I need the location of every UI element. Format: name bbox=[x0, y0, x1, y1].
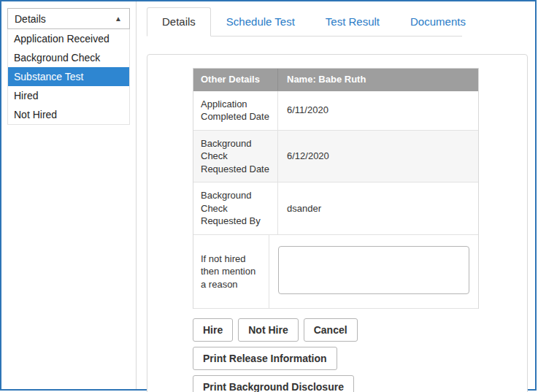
row-label: Background Check Requested Date bbox=[193, 131, 278, 182]
sidebar-item-application-received[interactable]: Application Received bbox=[8, 29, 129, 48]
not-hire-button[interactable]: Not Hire bbox=[238, 318, 298, 342]
details-dropdown-label: Details bbox=[15, 13, 46, 25]
chevron-up-icon: ▲ bbox=[115, 15, 122, 23]
application-completed-date-value: 6/11/2020 bbox=[278, 91, 478, 130]
print-background-disclosure-button[interactable]: Print Background Disclosure bbox=[193, 375, 354, 392]
sidebar-item-not-hired[interactable]: Not Hired bbox=[8, 105, 129, 124]
table-header-other-details: Other Details bbox=[193, 69, 278, 91]
print-release-information-button[interactable]: Print Release Information bbox=[193, 347, 337, 370]
row-label: Background Check Requested By bbox=[193, 182, 278, 234]
tab-documents[interactable]: Documents bbox=[395, 7, 481, 36]
row-label: Application Completed Date bbox=[193, 91, 278, 130]
background-check-requested-date-value: 6/12/2020 bbox=[278, 131, 478, 182]
not-hired-reason-input[interactable] bbox=[278, 246, 469, 294]
details-dropdown[interactable]: Details ▲ bbox=[7, 8, 130, 29]
tab-schedule-test[interactable]: Schedule Test bbox=[211, 7, 310, 36]
sidebar: Details ▲ Application Received Backgroun… bbox=[1, 1, 137, 389]
table-row: Background Check Requested Date 6/12/202… bbox=[193, 131, 478, 183]
tab-test-result[interactable]: Test Result bbox=[310, 7, 395, 36]
hire-button[interactable]: Hire bbox=[193, 318, 233, 342]
table-row: If not hired then mention a reason bbox=[193, 235, 478, 309]
details-panel: Other Details Name: Babe Ruth Applicatio… bbox=[147, 54, 528, 392]
row-label: If not hired then mention a reason bbox=[193, 235, 269, 308]
tab-bar: Details Schedule Test Test Result Docume… bbox=[147, 7, 462, 36]
applicant-details-window: Details ▲ Application Received Backgroun… bbox=[0, 0, 537, 391]
table-header-row: Other Details Name: Babe Ruth bbox=[193, 69, 478, 91]
other-details-table: Other Details Name: Babe Ruth Applicatio… bbox=[193, 68, 479, 309]
tab-details[interactable]: Details bbox=[147, 7, 211, 36]
reason-cell bbox=[269, 235, 478, 308]
main-content: Details Schedule Test Test Result Docume… bbox=[137, 1, 535, 389]
table-row: Application Completed Date 6/11/2020 bbox=[193, 91, 478, 131]
cancel-button[interactable]: Cancel bbox=[304, 318, 358, 342]
action-buttons: Hire Not Hire Cancel Print Release Infor… bbox=[193, 318, 485, 392]
table-header-name: Name: Babe Ruth bbox=[278, 69, 478, 91]
status-list: Application Received Background Check Su… bbox=[7, 29, 130, 125]
background-check-requested-by-value: dsander bbox=[278, 182, 478, 234]
sidebar-item-background-check[interactable]: Background Check bbox=[8, 48, 129, 67]
sidebar-item-hired[interactable]: Hired bbox=[8, 86, 129, 105]
sidebar-item-substance-test[interactable]: Substance Test bbox=[8, 67, 129, 86]
table-row: Background Check Requested By dsander bbox=[193, 182, 478, 235]
